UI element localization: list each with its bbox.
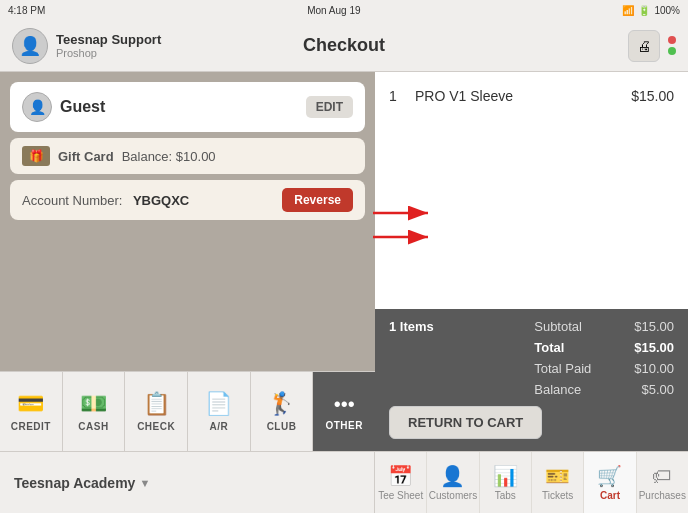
ar-icon: 📄 (205, 391, 232, 417)
green-dot (668, 47, 676, 55)
battery-icon: 🔋 (638, 5, 650, 16)
nav-customers[interactable]: 👤 Customers (427, 452, 479, 513)
total-paid-value: $10.00 (634, 361, 674, 376)
summary-header: 1 Items Subtotal $15.00 Total $15.00 Tot… (389, 319, 674, 400)
return-area: RETURN TO CART (375, 406, 688, 451)
battery-level: 100% (654, 5, 680, 16)
item-price: $15.00 (631, 88, 674, 104)
cart-label: Cart (600, 490, 620, 501)
tabs-label: Tabs (495, 490, 516, 501)
credit-icon: 💳 (17, 391, 44, 417)
tickets-label: Tickets (542, 490, 573, 501)
credit-button[interactable]: 💳 CREDIT (0, 372, 63, 451)
right-panel: 1 PRO V1 Sleeve $15.00 1 Items Subtotal … (375, 72, 688, 451)
other-label: OTHER (325, 420, 363, 431)
guest-avatar: 👤 (22, 92, 52, 122)
item-name: PRO V1 Sleeve (415, 88, 631, 104)
left-panel: 👤 Guest EDIT 🎁 Gift Card Balance: $10.00… (0, 72, 375, 371)
gift-card-row: 🎁 Gift Card Balance: $10.00 (10, 138, 365, 174)
gift-card-icon: 🎁 (22, 146, 50, 166)
teesheet-icon: 📅 (388, 464, 413, 488)
avatar: 👤 (12, 28, 48, 64)
subtotal-value: $15.00 (634, 319, 674, 334)
guest-info: 👤 Guest (22, 92, 105, 122)
nav-tabs[interactable]: 📊 Tabs (480, 452, 532, 513)
subtotal-label: Subtotal (534, 319, 634, 334)
footer-brand-area[interactable]: Teesnap Academy ▼ (0, 452, 375, 513)
balance-row: Balance $5.00 (534, 382, 674, 397)
ar-label: A/R (209, 421, 228, 432)
page-title: Checkout (303, 35, 385, 56)
shop-info-group: 👤 Teesnap Support Proshop (12, 28, 161, 64)
content-area: 👤 Guest EDIT 🎁 Gift Card Balance: $10.00… (0, 72, 688, 451)
edit-guest-button[interactable]: EDIT (306, 96, 353, 118)
nav-purchases[interactable]: 🏷 Purchases (637, 452, 688, 513)
account-info: Account Number: YBGQXC (22, 191, 189, 209)
status-day: Mon Aug 19 (307, 5, 360, 16)
status-bar: 4:18 PM Mon Aug 19 📶 🔋 100% (0, 0, 688, 20)
balance-label: Balance (534, 382, 634, 397)
check-button[interactable]: 📋 CHECK (125, 372, 188, 451)
ar-button[interactable]: 📄 A/R (188, 372, 251, 451)
nav-items: 📅 Tee Sheet 👤 Customers 📊 Tabs 🎫 Tickets… (375, 452, 688, 513)
check-icon: 📋 (143, 391, 170, 417)
account-label: Account Number: (22, 193, 122, 208)
wifi-icon: 📶 (622, 5, 634, 16)
shop-sub: Proshop (56, 47, 161, 59)
shop-details: Teesnap Support Proshop (56, 32, 161, 59)
cart-icon: 🛒 (597, 464, 622, 488)
red-dot (668, 36, 676, 44)
customers-icon: 👤 (440, 464, 465, 488)
gift-card-balance: Balance: $10.00 (122, 149, 216, 164)
total-value: $15.00 (634, 340, 674, 355)
balance-value: $5.00 (641, 382, 674, 397)
cart-items-area: 1 PRO V1 Sleeve $15.00 (375, 72, 688, 309)
nav-tickets[interactable]: 🎫 Tickets (532, 452, 584, 513)
reverse-button[interactable]: Reverse (282, 188, 353, 212)
printer-button[interactable]: 🖨 (628, 30, 660, 62)
item-qty: 1 (389, 88, 409, 104)
cash-icon: 💵 (80, 391, 107, 417)
cart-item: 1 PRO V1 Sleeve $15.00 (389, 84, 674, 108)
check-label: CHECK (137, 421, 175, 432)
page-wrapper: 4:18 PM Mon Aug 19 📶 🔋 100% 👤 Teesnap Su… (0, 0, 688, 513)
club-label: CLUB (267, 421, 297, 432)
summary-values: Subtotal $15.00 Total $15.00 Total Paid … (534, 319, 674, 400)
top-bar-actions: 🖨 (628, 30, 676, 62)
nav-cart[interactable]: 🛒 Cart (584, 452, 636, 513)
teesheet-label: Tee Sheet (378, 490, 423, 501)
status-right: 📶 🔋 100% (622, 5, 680, 16)
account-number: YBGQXC (133, 193, 189, 208)
cash-button[interactable]: 💵 CASH (63, 372, 126, 451)
club-button[interactable]: 🏌 CLUB (251, 372, 314, 451)
subtotal-row: Subtotal $15.00 (534, 319, 674, 334)
status-time: 4:18 PM (8, 5, 45, 16)
credit-label: CREDIT (11, 421, 51, 432)
bottom-nav: Teesnap Academy ▼ 📅 Tee Sheet 👤 Customer… (0, 451, 688, 513)
shop-name: Teesnap Support (56, 32, 161, 47)
other-icon: ••• (334, 393, 355, 416)
order-summary: 1 Items Subtotal $15.00 Total $15.00 Tot… (375, 309, 688, 406)
other-button[interactable]: ••• OTHER (313, 372, 375, 451)
guest-card: 👤 Guest EDIT (10, 82, 365, 132)
gift-card-label: Gift Card (58, 149, 114, 164)
nav-teesheet[interactable]: 📅 Tee Sheet (375, 452, 427, 513)
customers-label: Customers (429, 490, 477, 501)
payment-bar: 💳 CREDIT 💵 CASH 📋 CHECK 📄 A/R 🏌 CLUB ••• (0, 371, 375, 451)
tickets-icon: 🎫 (545, 464, 570, 488)
items-count: 1 Items (389, 319, 434, 400)
purchases-icon: 🏷 (652, 465, 672, 488)
total-row: Total $15.00 (534, 340, 674, 355)
total-paid-row: Total Paid $10.00 (534, 361, 674, 376)
top-bar: 👤 Teesnap Support Proshop Checkout 🖨 (0, 20, 688, 72)
return-to-cart-button[interactable]: RETURN TO CART (389, 406, 542, 439)
total-label: Total (534, 340, 634, 355)
tabs-icon: 📊 (493, 464, 518, 488)
account-row: Account Number: YBGQXC Reverse (10, 180, 365, 220)
brand-label: Teesnap Academy (14, 475, 135, 491)
cash-label: CASH (78, 421, 108, 432)
purchases-label: Purchases (639, 490, 686, 501)
guest-name: Guest (60, 98, 105, 116)
chevron-down-icon: ▼ (139, 477, 150, 489)
club-icon: 🏌 (268, 391, 295, 417)
